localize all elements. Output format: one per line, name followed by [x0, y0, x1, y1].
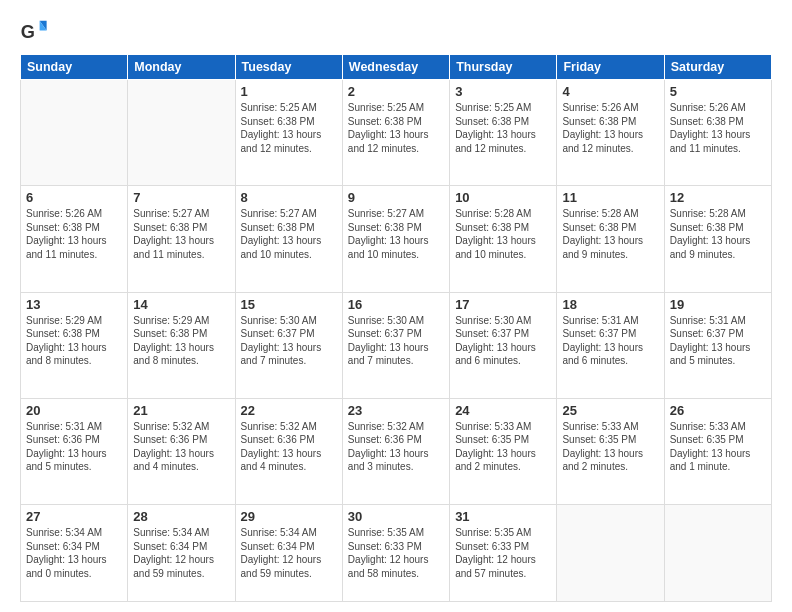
- day-number: 2: [348, 84, 444, 99]
- day-number: 14: [133, 297, 229, 312]
- day-number: 5: [670, 84, 766, 99]
- day-number: 21: [133, 403, 229, 418]
- day-info: Sunrise: 5:26 AM Sunset: 6:38 PM Dayligh…: [670, 101, 766, 155]
- col-wednesday: Wednesday: [342, 55, 449, 80]
- calendar-cell: [21, 80, 128, 186]
- day-number: 18: [562, 297, 658, 312]
- day-info: Sunrise: 5:28 AM Sunset: 6:38 PM Dayligh…: [562, 207, 658, 261]
- day-info: Sunrise: 5:34 AM Sunset: 6:34 PM Dayligh…: [241, 526, 337, 580]
- calendar-table: Sunday Monday Tuesday Wednesday Thursday…: [20, 54, 772, 602]
- calendar-cell: 28Sunrise: 5:34 AM Sunset: 6:34 PM Dayli…: [128, 505, 235, 602]
- calendar-cell: 29Sunrise: 5:34 AM Sunset: 6:34 PM Dayli…: [235, 505, 342, 602]
- week-row-2: 13Sunrise: 5:29 AM Sunset: 6:38 PM Dayli…: [21, 292, 772, 398]
- day-info: Sunrise: 5:26 AM Sunset: 6:38 PM Dayligh…: [26, 207, 122, 261]
- col-sunday: Sunday: [21, 55, 128, 80]
- calendar-cell: 6Sunrise: 5:26 AM Sunset: 6:38 PM Daylig…: [21, 186, 128, 292]
- calendar-cell: 10Sunrise: 5:28 AM Sunset: 6:38 PM Dayli…: [450, 186, 557, 292]
- day-number: 27: [26, 509, 122, 524]
- day-number: 19: [670, 297, 766, 312]
- col-thursday: Thursday: [450, 55, 557, 80]
- calendar-cell: 15Sunrise: 5:30 AM Sunset: 6:37 PM Dayli…: [235, 292, 342, 398]
- day-info: Sunrise: 5:27 AM Sunset: 6:38 PM Dayligh…: [241, 207, 337, 261]
- calendar-cell: 19Sunrise: 5:31 AM Sunset: 6:37 PM Dayli…: [664, 292, 771, 398]
- calendar-cell: 14Sunrise: 5:29 AM Sunset: 6:38 PM Dayli…: [128, 292, 235, 398]
- calendar-cell: 18Sunrise: 5:31 AM Sunset: 6:37 PM Dayli…: [557, 292, 664, 398]
- calendar-cell: 4Sunrise: 5:26 AM Sunset: 6:38 PM Daylig…: [557, 80, 664, 186]
- col-friday: Friday: [557, 55, 664, 80]
- col-monday: Monday: [128, 55, 235, 80]
- day-info: Sunrise: 5:35 AM Sunset: 6:33 PM Dayligh…: [348, 526, 444, 580]
- svg-text:G: G: [21, 22, 35, 42]
- day-number: 13: [26, 297, 122, 312]
- calendar-cell: 7Sunrise: 5:27 AM Sunset: 6:38 PM Daylig…: [128, 186, 235, 292]
- day-number: 3: [455, 84, 551, 99]
- day-info: Sunrise: 5:28 AM Sunset: 6:38 PM Dayligh…: [455, 207, 551, 261]
- day-info: Sunrise: 5:25 AM Sunset: 6:38 PM Dayligh…: [241, 101, 337, 155]
- day-info: Sunrise: 5:28 AM Sunset: 6:38 PM Dayligh…: [670, 207, 766, 261]
- calendar-cell: 13Sunrise: 5:29 AM Sunset: 6:38 PM Dayli…: [21, 292, 128, 398]
- calendar-cell: 25Sunrise: 5:33 AM Sunset: 6:35 PM Dayli…: [557, 398, 664, 504]
- day-number: 20: [26, 403, 122, 418]
- calendar-cell: 30Sunrise: 5:35 AM Sunset: 6:33 PM Dayli…: [342, 505, 449, 602]
- week-row-3: 20Sunrise: 5:31 AM Sunset: 6:36 PM Dayli…: [21, 398, 772, 504]
- day-info: Sunrise: 5:34 AM Sunset: 6:34 PM Dayligh…: [26, 526, 122, 580]
- day-number: 10: [455, 190, 551, 205]
- day-info: Sunrise: 5:30 AM Sunset: 6:37 PM Dayligh…: [241, 314, 337, 368]
- day-number: 17: [455, 297, 551, 312]
- calendar-cell: 16Sunrise: 5:30 AM Sunset: 6:37 PM Dayli…: [342, 292, 449, 398]
- calendar-cell: 27Sunrise: 5:34 AM Sunset: 6:34 PM Dayli…: [21, 505, 128, 602]
- calendar-cell: [128, 80, 235, 186]
- calendar-cell: 21Sunrise: 5:32 AM Sunset: 6:36 PM Dayli…: [128, 398, 235, 504]
- calendar-cell: 17Sunrise: 5:30 AM Sunset: 6:37 PM Dayli…: [450, 292, 557, 398]
- week-row-1: 6Sunrise: 5:26 AM Sunset: 6:38 PM Daylig…: [21, 186, 772, 292]
- day-number: 15: [241, 297, 337, 312]
- calendar-cell: 3Sunrise: 5:25 AM Sunset: 6:38 PM Daylig…: [450, 80, 557, 186]
- logo: G: [20, 18, 52, 46]
- calendar-cell: 9Sunrise: 5:27 AM Sunset: 6:38 PM Daylig…: [342, 186, 449, 292]
- day-info: Sunrise: 5:31 AM Sunset: 6:37 PM Dayligh…: [562, 314, 658, 368]
- day-number: 8: [241, 190, 337, 205]
- day-number: 29: [241, 509, 337, 524]
- day-info: Sunrise: 5:32 AM Sunset: 6:36 PM Dayligh…: [133, 420, 229, 474]
- calendar-cell: 12Sunrise: 5:28 AM Sunset: 6:38 PM Dayli…: [664, 186, 771, 292]
- calendar-cell: 22Sunrise: 5:32 AM Sunset: 6:36 PM Dayli…: [235, 398, 342, 504]
- week-row-0: 1Sunrise: 5:25 AM Sunset: 6:38 PM Daylig…: [21, 80, 772, 186]
- day-info: Sunrise: 5:33 AM Sunset: 6:35 PM Dayligh…: [455, 420, 551, 474]
- day-info: Sunrise: 5:32 AM Sunset: 6:36 PM Dayligh…: [348, 420, 444, 474]
- calendar-cell: 11Sunrise: 5:28 AM Sunset: 6:38 PM Dayli…: [557, 186, 664, 292]
- calendar-cell: 5Sunrise: 5:26 AM Sunset: 6:38 PM Daylig…: [664, 80, 771, 186]
- day-number: 31: [455, 509, 551, 524]
- calendar-cell: 1Sunrise: 5:25 AM Sunset: 6:38 PM Daylig…: [235, 80, 342, 186]
- day-info: Sunrise: 5:32 AM Sunset: 6:36 PM Dayligh…: [241, 420, 337, 474]
- day-number: 26: [670, 403, 766, 418]
- day-number: 30: [348, 509, 444, 524]
- day-number: 25: [562, 403, 658, 418]
- col-tuesday: Tuesday: [235, 55, 342, 80]
- day-info: Sunrise: 5:30 AM Sunset: 6:37 PM Dayligh…: [455, 314, 551, 368]
- calendar-cell: 8Sunrise: 5:27 AM Sunset: 6:38 PM Daylig…: [235, 186, 342, 292]
- day-info: Sunrise: 5:34 AM Sunset: 6:34 PM Dayligh…: [133, 526, 229, 580]
- day-number: 4: [562, 84, 658, 99]
- header: G: [20, 18, 772, 46]
- day-number: 24: [455, 403, 551, 418]
- day-number: 9: [348, 190, 444, 205]
- calendar-cell: 2Sunrise: 5:25 AM Sunset: 6:38 PM Daylig…: [342, 80, 449, 186]
- calendar-cell: 23Sunrise: 5:32 AM Sunset: 6:36 PM Dayli…: [342, 398, 449, 504]
- day-info: Sunrise: 5:33 AM Sunset: 6:35 PM Dayligh…: [670, 420, 766, 474]
- day-number: 6: [26, 190, 122, 205]
- day-info: Sunrise: 5:31 AM Sunset: 6:37 PM Dayligh…: [670, 314, 766, 368]
- day-number: 22: [241, 403, 337, 418]
- day-info: Sunrise: 5:27 AM Sunset: 6:38 PM Dayligh…: [348, 207, 444, 261]
- day-number: 23: [348, 403, 444, 418]
- day-number: 1: [241, 84, 337, 99]
- day-number: 12: [670, 190, 766, 205]
- day-info: Sunrise: 5:27 AM Sunset: 6:38 PM Dayligh…: [133, 207, 229, 261]
- calendar-cell: 24Sunrise: 5:33 AM Sunset: 6:35 PM Dayli…: [450, 398, 557, 504]
- day-info: Sunrise: 5:35 AM Sunset: 6:33 PM Dayligh…: [455, 526, 551, 580]
- day-info: Sunrise: 5:25 AM Sunset: 6:38 PM Dayligh…: [348, 101, 444, 155]
- calendar-cell: 20Sunrise: 5:31 AM Sunset: 6:36 PM Dayli…: [21, 398, 128, 504]
- calendar-header-row: Sunday Monday Tuesday Wednesday Thursday…: [21, 55, 772, 80]
- calendar-cell: [664, 505, 771, 602]
- col-saturday: Saturday: [664, 55, 771, 80]
- calendar-cell: [557, 505, 664, 602]
